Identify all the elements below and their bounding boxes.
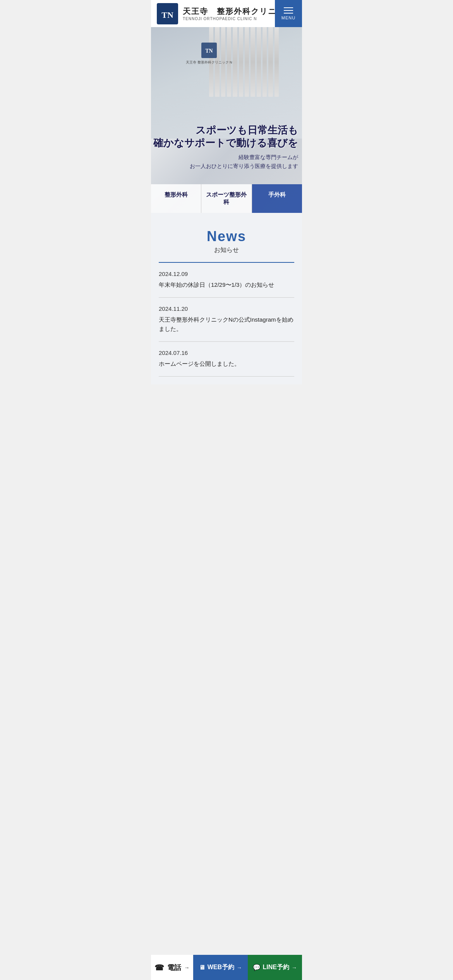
blind-slat-12	[275, 27, 279, 97]
menu-button[interactable]: MENU	[275, 0, 302, 27]
news-item-2[interactable]: 2024.11.20 天王寺整形外科クリニックNの公式Instagramを始めま…	[159, 298, 294, 342]
blind-slat-11	[268, 27, 273, 97]
news-item-3[interactable]: 2024.07.16 ホームページを公開しました。	[159, 342, 294, 377]
news-title-1: 年末年始の休診日（12/29〜1/3）のお知らせ	[159, 280, 294, 290]
hero-section: TN 天王寺 整形外科クリニック N スポーツも日常生活も 確かなサポートで動け…	[151, 27, 302, 213]
news-list: 2024.12.09 年末年始の休診日（12/29〜1/3）のお知らせ 2024…	[159, 263, 294, 377]
clinic-sign-logo-icon: TN	[201, 43, 217, 58]
svg-text:TN: TN	[205, 48, 213, 54]
hero-text-overlay: スポーツも日常生活も 確かなサポートで動ける喜びを 経験豊富な専門チームが お一…	[151, 124, 302, 170]
svg-text:TN: TN	[161, 10, 173, 20]
blind-slat-6	[239, 27, 243, 97]
menu-line-1	[284, 7, 293, 8]
hamburger-icon	[284, 7, 293, 14]
news-title-3: ホームページを公開しました。	[159, 359, 294, 368]
logo-icon: TN	[157, 3, 178, 24]
clinic-sign: TN 天王寺 整形外科クリニック N	[186, 43, 232, 65]
site-header: TN 天王寺 整形外科クリニック N TENNOJI ORTHOPAEDIC C…	[151, 0, 302, 27]
blind-slat-7	[245, 27, 249, 97]
hero-main-text-1: スポーツも日常生活も	[151, 124, 298, 137]
menu-label: MENU	[281, 15, 295, 20]
news-title-ja: お知らせ	[159, 246, 294, 254]
hero-sub-text-1: 経験豊富な専門チームが	[239, 154, 298, 160]
news-section: News お知らせ 2024.12.09 年末年始の休診日（12/29〜1/3）…	[151, 213, 302, 384]
blind-slat-9	[257, 27, 261, 97]
news-date-3: 2024.07.16	[159, 350, 294, 356]
service-btn-orthopedics[interactable]: 整形外科	[151, 184, 201, 213]
hero-sub-text: 経験豊富な専門チームが お一人おひとりに寄り添う医療を提供します	[151, 153, 298, 170]
news-title-en: News	[159, 228, 294, 245]
news-section-header: News お知らせ	[159, 228, 294, 254]
service-btn-sports[interactable]: スポーツ整形外科	[201, 184, 252, 213]
hero-main-text-2: 確かなサポートで動ける喜びを	[151, 137, 298, 150]
news-date-1: 2024.12.09	[159, 271, 294, 277]
blind-slat-10	[263, 27, 267, 97]
service-btn-hand[interactable]: 手外科	[252, 184, 302, 213]
news-item-1[interactable]: 2024.12.09 年末年始の休診日（12/29〜1/3）のお知らせ	[159, 263, 294, 298]
menu-line-3	[284, 13, 293, 14]
menu-line-2	[284, 10, 293, 11]
news-title-2: 天王寺整形外科クリニックNの公式Instagramを始めました。	[159, 315, 294, 334]
blind-slat-5	[233, 27, 237, 97]
clinic-sign-text: 天王寺 整形外科クリニック N	[186, 60, 232, 65]
blind-slat-8	[251, 27, 255, 97]
service-buttons: 整形外科 スポーツ整形外科 手外科	[151, 184, 302, 213]
news-date-2: 2024.11.20	[159, 305, 294, 312]
hero-sub-text-2: お一人おひとりに寄り添う医療を提供します	[190, 163, 298, 169]
